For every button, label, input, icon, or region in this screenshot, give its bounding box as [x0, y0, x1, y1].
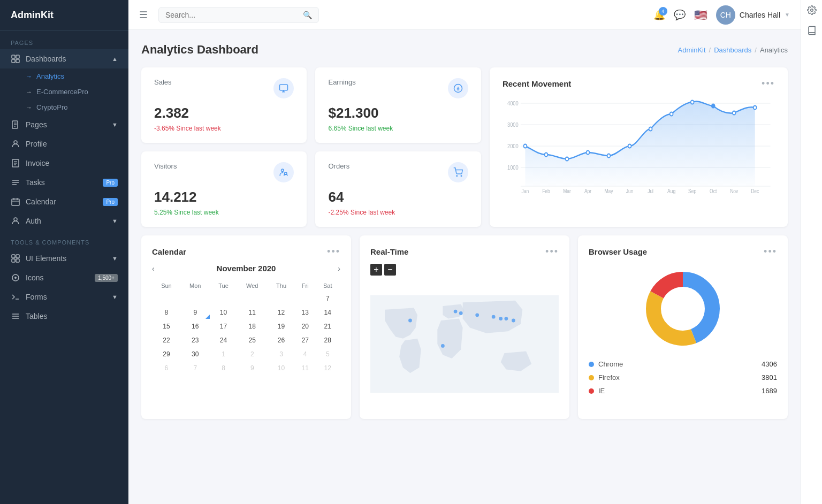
sidebar-item-ecommerce[interactable]: → E-Commerce Pro — [0, 84, 128, 100]
cal-day[interactable]: 30 — [181, 348, 210, 361]
sidebar-item-profile[interactable]: Profile — [0, 134, 128, 154]
cal-day[interactable] — [181, 292, 210, 305]
cal-day[interactable] — [268, 292, 294, 305]
cal-day-other[interactable]: 7 — [181, 362, 210, 375]
cal-day[interactable]: 23 — [181, 334, 210, 347]
cal-day[interactable]: 24 — [211, 334, 237, 347]
earnings-card: Earnings $21.300 6.65% Since last week — [315, 67, 481, 143]
tasks-icon — [11, 178, 20, 187]
cal-day-other[interactable]: 12 — [316, 362, 339, 375]
cal-day-other[interactable]: 8 — [211, 362, 237, 375]
user-info[interactable]: CH Charles Hall ▼ — [716, 5, 790, 25]
map-zoom-out-button[interactable]: − — [384, 264, 396, 276]
table-row: 22 23 24 25 26 27 28 — [153, 334, 339, 347]
cal-day[interactable]: 8 — [153, 306, 180, 319]
cal-day[interactable]: 17 — [211, 320, 237, 333]
cal-day[interactable]: 25 — [237, 334, 267, 347]
cal-day-other[interactable]: 11 — [295, 362, 315, 375]
cal-day-other[interactable]: 2 — [237, 348, 267, 361]
sidebar-item-ui-elements[interactable]: UI Elements ▼ — [0, 249, 128, 268]
sidebar-item-crypto[interactable]: → Crypto Pro — [0, 100, 128, 115]
svg-point-80 — [504, 317, 508, 320]
cal-day[interactable]: 13 — [295, 306, 315, 319]
ie-count: 1689 — [762, 387, 777, 395]
search-input[interactable] — [165, 11, 299, 19]
sidebar-item-invoice[interactable]: Invoice — [0, 154, 128, 173]
ui-elements-icon — [11, 254, 20, 263]
cal-day[interactable]: 27 — [295, 334, 315, 347]
map-zoom-in-button[interactable]: + — [370, 264, 382, 276]
cal-day-other[interactable]: 5 — [316, 348, 339, 361]
table-row: 8 9 10 11 12 13 14 — [153, 306, 339, 319]
book-icon[interactable] — [807, 26, 817, 37]
cal-day[interactable]: 14 — [316, 306, 339, 319]
settings-icon[interactable] — [807, 5, 817, 17]
browser-more-button[interactable]: ••• — [764, 246, 777, 257]
cal-day-today[interactable]: 9 — [181, 306, 210, 319]
earnings-change: 6.65% Since last week — [328, 125, 468, 132]
calendar-label: Calendar — [26, 197, 100, 206]
sidebar-item-dashboards[interactable]: Dashboards ▲ — [0, 49, 128, 68]
cal-prev-button[interactable]: ‹ — [152, 264, 155, 273]
right-panel — [801, 0, 822, 504]
sidebar-item-icons[interactable]: Icons 1,500+ — [0, 268, 128, 287]
chrome-label: Chrome — [598, 360, 623, 368]
sidebar-item-analytics[interactable]: → Analytics — [0, 68, 128, 84]
cal-day[interactable]: 22 — [153, 334, 180, 347]
visitors-title: Visitors — [154, 162, 177, 170]
breadcrumb-dashboards[interactable]: Dashboards — [714, 46, 751, 54]
sidebar-item-pages[interactable]: Pages ▼ — [0, 115, 128, 134]
cal-day[interactable] — [295, 292, 315, 305]
cal-day-other[interactable]: 9 — [237, 362, 267, 375]
cal-day[interactable]: 12 — [268, 306, 294, 319]
cal-day-other[interactable]: 3 — [268, 348, 294, 361]
sidebar-item-auth[interactable]: Auth ▼ — [0, 211, 128, 231]
breadcrumb-adminkit[interactable]: AdminKit — [678, 46, 706, 54]
sidebar-item-tasks[interactable]: Tasks Pro — [0, 173, 128, 192]
notification-button[interactable]: 🔔 4 — [653, 9, 665, 21]
cal-day-other[interactable]: 4 — [295, 348, 315, 361]
pages-icon — [11, 120, 20, 129]
cal-day[interactable] — [211, 292, 237, 305]
realtime-more-button[interactable]: ••• — [545, 246, 559, 257]
notification-badge: 4 — [659, 7, 667, 16]
chart-more-button[interactable]: ••• — [762, 78, 775, 89]
cal-day[interactable]: 10 — [211, 306, 237, 319]
cal-day[interactable]: 11 — [237, 306, 267, 319]
svg-rect-21 — [12, 255, 15, 258]
svg-rect-23 — [12, 259, 15, 262]
svg-text:4000: 4000 — [507, 100, 519, 106]
cal-day[interactable]: 21 — [316, 320, 339, 333]
cal-day-other[interactable]: 6 — [153, 362, 180, 375]
cal-day[interactable]: 7 — [316, 292, 339, 305]
cal-day[interactable]: 20 — [295, 320, 315, 333]
cal-day[interactable]: 29 — [153, 348, 180, 361]
cal-day[interactable]: 18 — [237, 320, 267, 333]
language-selector[interactable]: 🇺🇸 — [694, 9, 707, 21]
cal-day[interactable] — [153, 292, 180, 305]
sidebar-item-calendar[interactable]: Calendar Pro — [0, 192, 128, 211]
cal-day[interactable]: 15 — [153, 320, 180, 333]
sidebar-item-tables[interactable]: Tables — [0, 307, 128, 326]
chrome-count: 4306 — [762, 360, 777, 368]
sidebar: AdminKit Pages Dashboards ▲ → Analytics … — [0, 0, 128, 504]
message-button[interactable]: 💬 — [674, 9, 686, 21]
sidebar-item-forms[interactable]: Forms ▼ — [0, 287, 128, 307]
cal-day[interactable] — [237, 292, 267, 305]
cal-day[interactable]: 19 — [268, 320, 294, 333]
earnings-icon — [448, 78, 468, 98]
cal-next-button[interactable]: › — [338, 264, 340, 273]
cal-day-other[interactable]: 10 — [268, 362, 294, 375]
icons-icon — [11, 273, 20, 282]
calendar-more-button[interactable]: ••• — [327, 246, 340, 257]
cal-day-other[interactable]: 1 — [211, 348, 237, 361]
sales-value: 2.382 — [154, 105, 294, 121]
cal-header-fri: Fri — [295, 280, 315, 291]
ui-elements-label: UI Elements — [26, 254, 112, 263]
svg-point-71 — [456, 175, 458, 177]
hamburger-icon[interactable]: ☰ — [139, 9, 148, 21]
cal-day[interactable]: 28 — [316, 334, 339, 347]
cal-day[interactable]: 16 — [181, 320, 210, 333]
cal-day[interactable]: 26 — [268, 334, 294, 347]
svg-point-86 — [661, 287, 704, 330]
